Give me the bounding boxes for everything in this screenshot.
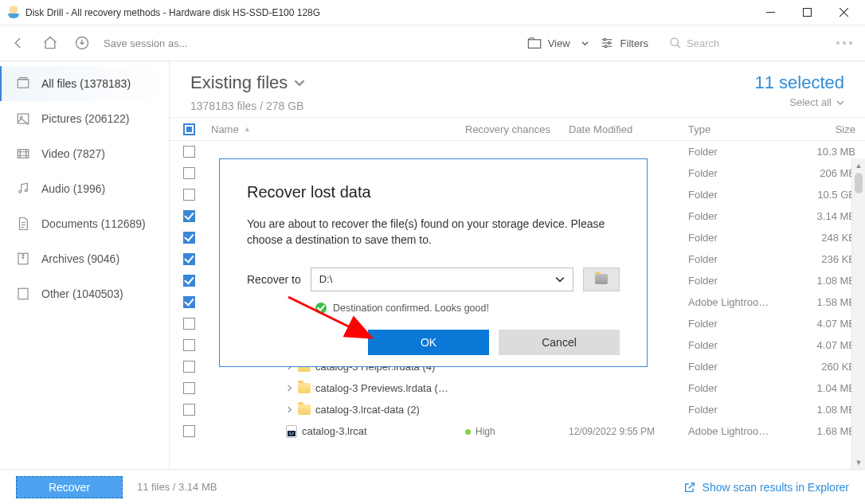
video-icon [16, 147, 30, 161]
row-checkbox[interactable] [183, 318, 195, 330]
audio-icon [16, 182, 30, 196]
scrollbar[interactable]: ▲ ▼ [851, 158, 865, 469]
table-row[interactable]: catalog-3 Previews.lrdata (…Folder1.04 M… [170, 377, 865, 399]
home-button[interactable] [40, 33, 61, 53]
destination-select[interactable]: D:\ [311, 268, 573, 291]
chevron-down-icon [294, 77, 305, 88]
cell-type: Folder [688, 361, 782, 373]
cell-type: Folder [688, 232, 782, 244]
svg-point-3 [603, 38, 605, 41]
more-menu-icon[interactable] [836, 41, 852, 45]
table-header: Name ▲ Recovery chances Date Modified Ty… [170, 117, 865, 141]
row-checkbox[interactable] [183, 296, 195, 308]
row-checkbox[interactable] [183, 382, 195, 394]
cell-type: Folder [688, 339, 782, 351]
scroll-down-icon[interactable]: ▼ [852, 455, 865, 469]
column-size[interactable]: Size [782, 123, 855, 135]
svg-rect-9 [18, 114, 29, 123]
svg-rect-8 [20, 78, 27, 80]
browse-button[interactable] [583, 268, 620, 291]
row-checkbox[interactable] [183, 232, 195, 244]
sidebar-item-archives[interactable]: Archives (9046) [0, 241, 169, 276]
sidebar-item-documents[interactable]: Documents (112689) [0, 206, 169, 241]
picture-icon [16, 111, 30, 126]
check-circle-icon [315, 303, 327, 314]
cell-size: 1.58 MB [782, 296, 855, 308]
column-name[interactable]: Name ▲ [208, 123, 465, 135]
cell-size: 248 KB [782, 232, 855, 244]
column-type[interactable]: Type [688, 123, 782, 135]
cell-type: Folder [688, 189, 782, 201]
row-checkbox[interactable] [183, 425, 195, 437]
row-checkbox[interactable] [183, 210, 195, 222]
window-controls [752, 1, 862, 25]
row-checkbox[interactable] [183, 275, 195, 287]
scroll-up-icon[interactable]: ▲ [852, 158, 865, 172]
maximize-button[interactable] [789, 1, 825, 25]
row-checkbox[interactable] [183, 339, 195, 351]
filters-button[interactable]: Filters [600, 37, 653, 49]
column-date[interactable]: Date Modified [569, 123, 688, 135]
cell-size: 10.5 GB [782, 189, 855, 201]
cell-size: 206 MB [782, 167, 855, 179]
folder-icon [298, 383, 311, 393]
sidebar-item-audio[interactable]: Audio (1996) [0, 171, 169, 206]
cancel-button[interactable]: Cancel [499, 330, 620, 355]
document-icon [16, 217, 30, 231]
cell-type: Folder [688, 382, 782, 394]
recover-to-label: Recover to [247, 273, 301, 286]
scroll-thumb[interactable] [855, 173, 863, 193]
row-checkbox[interactable] [183, 167, 195, 179]
file-name: catalog-3 Previews.lrdata (… [315, 382, 448, 394]
cell-type: Adobe Lightroo… [688, 296, 782, 308]
cell-recovery: High [465, 426, 569, 437]
cell-size: 10.3 MB [782, 146, 855, 158]
cell-size: 4.07 MB [782, 318, 855, 330]
close-button[interactable] [825, 1, 862, 25]
sidebar-item-other[interactable]: Other (1040503) [0, 276, 169, 311]
row-checkbox[interactable] [183, 189, 195, 201]
cell-size: 1.08 MB [782, 404, 855, 416]
destination-confirm-text: Destination confirmed. Looks good! [333, 303, 489, 314]
row-checkbox[interactable] [183, 253, 195, 265]
selection-info: 11 files / 3.14 MB [137, 481, 217, 493]
cell-size: 1.68 MB [782, 425, 855, 437]
expand-icon[interactable] [286, 404, 293, 416]
svg-point-13 [25, 189, 27, 192]
content-subtitle: 1378183 files / 278 GB [190, 100, 305, 112]
sidebar-item-label: Video (7827) [41, 147, 105, 160]
chevron-down-icon [555, 275, 565, 284]
sidebar-item-all-files[interactable]: All files (1378183) [0, 66, 169, 101]
select-all-checkbox[interactable] [183, 123, 195, 135]
sidebar: All files (1378183) Pictures (206122) Vi… [0, 61, 170, 469]
cell-type: Folder [688, 210, 782, 222]
recover-button[interactable]: Recover [16, 476, 123, 498]
show-in-explorer-link[interactable]: Show scan results in Explorer [683, 481, 849, 494]
save-session-icon[interactable] [72, 33, 92, 53]
chevron-down-icon [836, 99, 844, 107]
title-bar: Disk Drill - All recovery methods - Hard… [0, 0, 865, 25]
content-title[interactable]: Existing files [190, 72, 305, 93]
sidebar-item-video[interactable]: Video (7827) [0, 136, 169, 171]
back-button[interactable] [8, 33, 29, 53]
column-recovery[interactable]: Recovery chances [465, 123, 569, 135]
save-session-label[interactable]: Save session as... [104, 37, 188, 49]
table-row[interactable]: catalog-3.lrcat-data (2)Folder1.08 MB [170, 399, 865, 420]
folder-icon [298, 404, 311, 415]
row-checkbox[interactable] [183, 146, 195, 158]
ok-button[interactable]: OK [368, 330, 489, 355]
svg-point-6 [671, 38, 678, 45]
svg-point-12 [19, 190, 22, 193]
archive-icon [16, 252, 30, 266]
select-all-button[interactable]: Select all [754, 96, 844, 108]
expand-icon[interactable] [286, 382, 293, 394]
svg-point-4 [608, 42, 610, 45]
row-checkbox[interactable] [183, 404, 195, 416]
view-dropdown[interactable]: View [527, 37, 589, 49]
sidebar-item-pictures[interactable]: Pictures (206122) [0, 101, 169, 136]
row-checkbox[interactable] [183, 361, 195, 373]
sort-indicator-icon: ▲ [244, 125, 251, 133]
minimize-button[interactable] [752, 1, 789, 25]
search-input[interactable]: Search [664, 34, 816, 52]
table-row[interactable]: Lrcatalog-3.lrcat High12/09/2022 9:55 PM… [170, 420, 865, 442]
